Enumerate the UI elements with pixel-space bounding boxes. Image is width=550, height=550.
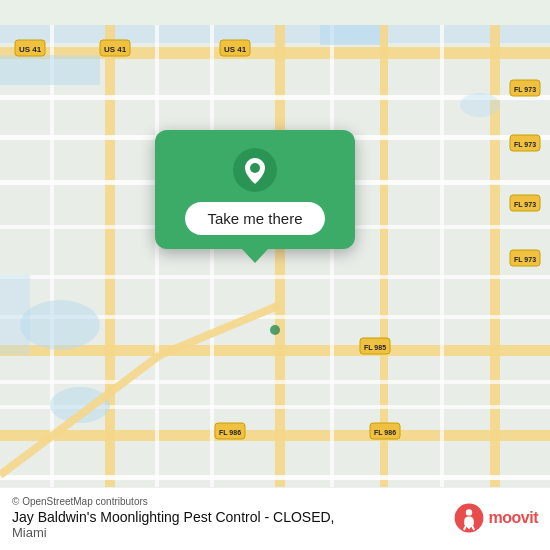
svg-text:FL 973: FL 973 [514,86,536,93]
svg-rect-28 [0,275,30,355]
location-pin-icon [233,148,277,192]
svg-text:FL 973: FL 973 [514,141,536,148]
svg-text:US 41: US 41 [224,45,247,54]
svg-rect-15 [0,380,550,384]
svg-text:US 41: US 41 [19,45,42,54]
svg-rect-21 [210,25,214,525]
svg-rect-17 [0,475,550,480]
svg-rect-23 [440,25,444,525]
svg-rect-24 [0,55,100,85]
place-name: Jay Baldwin's Moonlighting Pest Control … [12,509,334,525]
place-info: © OpenStreetMap contributors Jay Baldwin… [12,496,334,540]
svg-rect-13 [0,275,550,279]
place-city: Miami [12,525,334,540]
take-me-there-button[interactable]: Take me there [185,202,324,235]
svg-rect-20 [155,25,159,525]
svg-point-54 [250,163,260,173]
svg-text:FL 973: FL 973 [514,256,536,263]
svg-text:FL 973: FL 973 [514,201,536,208]
svg-rect-22 [330,25,334,525]
svg-text:FL 986: FL 986 [219,429,241,436]
svg-point-29 [460,93,500,117]
svg-point-56 [465,509,471,515]
popup-card: Take me there [155,130,355,249]
svg-text:FL 985: FL 985 [364,344,386,351]
osm-attribution: © OpenStreetMap contributors [12,496,334,507]
bottom-bar: © OpenStreetMap contributors Jay Baldwin… [0,487,550,550]
svg-rect-19 [50,25,54,525]
svg-rect-25 [320,25,380,45]
svg-text:US 41: US 41 [104,45,127,54]
moovit-logo: moovit [453,502,538,534]
map-container: US 41 US 41 US 41 FL 973 FL 973 FL 973 F… [0,0,550,550]
svg-point-52 [270,325,280,335]
svg-point-26 [20,300,100,350]
map-background: US 41 US 41 US 41 FL 973 FL 973 FL 973 F… [0,0,550,550]
moovit-text: moovit [489,509,538,527]
svg-text:FL 986: FL 986 [374,429,396,436]
moovit-logo-icon [453,502,485,534]
